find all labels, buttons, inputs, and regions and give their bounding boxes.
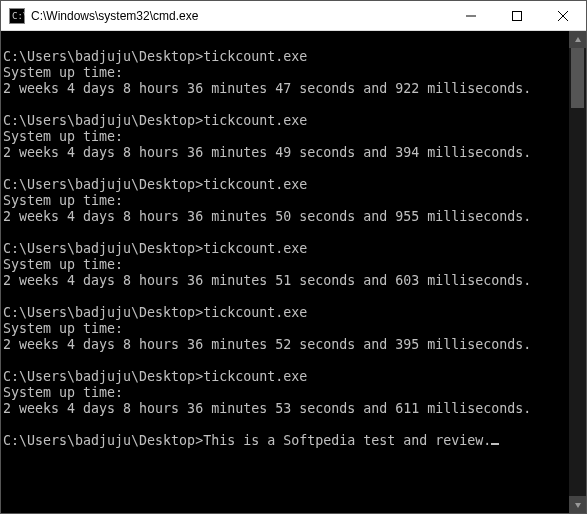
- scroll-down-button[interactable]: [569, 496, 586, 513]
- svg-text:C:\: C:\: [12, 11, 25, 21]
- svg-rect-4: [513, 11, 522, 20]
- vertical-scrollbar[interactable]: [569, 31, 586, 513]
- scroll-up-button[interactable]: [569, 31, 586, 48]
- scroll-thumb[interactable]: [571, 48, 584, 108]
- text-cursor: [491, 443, 499, 445]
- minimize-button[interactable]: [448, 1, 494, 30]
- close-button[interactable]: [540, 1, 586, 30]
- scroll-track[interactable]: [569, 48, 586, 496]
- svg-marker-8: [575, 503, 581, 508]
- window-titlebar[interactable]: C:\ C:\Windows\system32\cmd.exe: [1, 1, 586, 31]
- svg-marker-7: [575, 37, 581, 42]
- console-output[interactable]: C:\Users\badjuju\Desktop>tickcount.exe S…: [1, 31, 586, 513]
- console-area: C:\Users\badjuju\Desktop>tickcount.exe S…: [1, 31, 586, 513]
- window-title: C:\Windows\system32\cmd.exe: [31, 9, 448, 23]
- cmd-icon: C:\: [9, 8, 25, 24]
- maximize-button[interactable]: [494, 1, 540, 30]
